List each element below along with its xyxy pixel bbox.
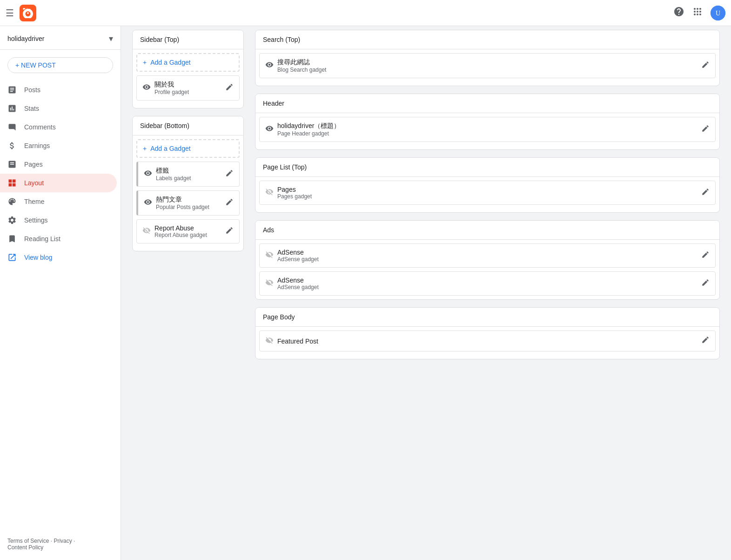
- edit-icon-search[interactable]: [701, 61, 710, 71]
- gadget-labels: 標籤 Labels gadget: [136, 162, 240, 187]
- gadget-adsense1: AdSense AdSense gadget: [259, 243, 716, 268]
- earnings-icon: [7, 141, 17, 150]
- help-icon[interactable]: [673, 6, 684, 20]
- gadget-about-type: Profile gadget: [154, 89, 221, 95]
- menu-icon[interactable]: ☰: [6, 7, 14, 19]
- gadget-popular-info: 熱門文章 Popular Posts gadget: [156, 196, 221, 210]
- edit-icon-report[interactable]: [225, 226, 234, 237]
- blogger-logo[interactable]: [20, 5, 36, 21]
- edit-icon-labels[interactable]: [225, 169, 234, 180]
- edit-icon-about[interactable]: [225, 83, 234, 94]
- view-blog-label: View blog: [24, 254, 52, 261]
- add-gadget-sidebar-top[interactable]: + Add a Gadget: [136, 53, 240, 72]
- page-list-top-body: Pages Pages gadget: [255, 177, 719, 212]
- sidebar-bottom-header: Sidebar (Bottom): [133, 116, 243, 135]
- gadget-report-name: Report Abuse: [154, 224, 221, 232]
- posts-icon: [7, 85, 17, 94]
- ads-body: AdSense AdSense gadget: [255, 240, 719, 299]
- layout-label: Layout: [24, 179, 44, 187]
- page-list-top-header: Page List (Top): [255, 158, 719, 177]
- edit-icon-adsense1[interactable]: [701, 250, 710, 261]
- visibility-icon-header[interactable]: [265, 124, 274, 135]
- visibility-icon-featured[interactable]: [265, 336, 274, 346]
- edit-icon-header[interactable]: [701, 124, 710, 135]
- sidebar-item-posts[interactable]: Posts: [0, 81, 117, 99]
- edit-icon-adsense2[interactable]: [701, 278, 710, 289]
- edit-icon-featured[interactable]: [701, 336, 710, 346]
- gadget-adsense2-type: AdSense gadget: [277, 284, 697, 290]
- header-section-header: Header: [255, 94, 719, 113]
- visibility-icon-popular[interactable]: [144, 198, 152, 208]
- settings-icon: [7, 216, 17, 225]
- visibility-icon-search[interactable]: [265, 61, 274, 71]
- visibility-icon-about[interactable]: [142, 83, 151, 93]
- left-column: Sidebar (Top) + Add a Gadget 關於我: [132, 30, 244, 251]
- sidebar-item-theme[interactable]: Theme: [0, 192, 117, 211]
- gadget-report-info: Report Abuse Report Abuse gadget: [154, 224, 221, 238]
- sidebar: holidaydriver ▾ + NEW POST Posts Stats C…: [0, 26, 121, 371]
- theme-label: Theme: [24, 198, 45, 205]
- dropdown-icon[interactable]: ▾: [109, 34, 113, 44]
- gadget-popular-name: 熱門文章: [156, 196, 221, 204]
- add-gadget-label: Add a Gadget: [150, 59, 190, 66]
- view-blog-icon: [7, 253, 17, 262]
- gadget-popular-posts: 熱門文章 Popular Posts gadget: [136, 190, 240, 216]
- gadget-header-name: holidaydriver（標題）: [277, 122, 697, 130]
- gadget-labels-type: Labels gadget: [156, 175, 221, 182]
- pages-icon: [7, 160, 17, 169]
- sidebar-item-settings[interactable]: Settings: [0, 211, 117, 229]
- visibility-icon-adsense2[interactable]: [265, 278, 274, 289]
- blogger-logo-icon: [23, 8, 33, 18]
- header-section: Header holidaydriver（標題） Page Header gad…: [255, 94, 720, 150]
- add-gadget-label-2: Add a Gadget: [150, 145, 190, 152]
- right-column: Search (Top) 搜尋此網誌 Blog Search gadget: [255, 30, 720, 359]
- edit-icon-pages[interactable]: [701, 188, 710, 198]
- blog-selector[interactable]: holidaydriver ▾: [0, 30, 121, 50]
- apps-icon[interactable]: [692, 6, 703, 20]
- sidebar-item-view-blog[interactable]: View blog: [0, 248, 117, 267]
- visibility-icon-pages[interactable]: [265, 188, 274, 198]
- layout-canvas: Sidebar (Top) + Add a Gadget 關於我: [121, 19, 731, 371]
- page-body-header: Page Body: [255, 308, 719, 327]
- red-arrow-2: [255, 276, 257, 292]
- stats-icon: [7, 104, 17, 113]
- sidebar-item-stats[interactable]: Stats: [0, 99, 117, 118]
- add-gadget-sidebar-bottom[interactable]: + Add a Gadget: [136, 139, 240, 158]
- main-content: Add, remove and edit gadgets on your blo…: [121, 0, 731, 371]
- comments-icon: [7, 122, 17, 132]
- topbar-left: ☰: [6, 5, 36, 21]
- red-arrow-1: [255, 248, 257, 264]
- gadget-popular-type: Popular Posts gadget: [156, 204, 221, 210]
- gadget-about-me: 關於我 Profile gadget: [136, 75, 240, 101]
- spacer: [259, 268, 716, 271]
- gadget-adsense1-type: AdSense gadget: [277, 256, 697, 263]
- comments-label: Comments: [24, 123, 56, 131]
- sidebar-top-section: Sidebar (Top) + Add a Gadget 關於我: [132, 30, 244, 108]
- search-top-body: 搜尋此網誌 Blog Search gadget: [255, 49, 719, 86]
- gadget-search-info: 搜尋此網誌 Blog Search gadget: [277, 58, 697, 73]
- posts-label: Posts: [24, 86, 40, 94]
- gadget-adsense2-info: AdSense AdSense gadget: [277, 277, 697, 290]
- user-avatar[interactable]: [711, 6, 725, 20]
- pages-label: Pages: [24, 161, 43, 168]
- sidebar-item-reading-list[interactable]: Reading List: [0, 229, 117, 248]
- visibility-icon-report[interactable]: [142, 226, 151, 236]
- ads-section: Ads: [255, 220, 720, 300]
- sidebar-item-pages[interactable]: Pages: [0, 155, 117, 174]
- sidebar-item-earnings[interactable]: Earnings: [0, 136, 117, 155]
- sidebar-item-layout[interactable]: Layout: [0, 174, 117, 192]
- adsense2-row: AdSense AdSense gadget: [259, 271, 716, 296]
- edit-icon-popular[interactable]: [225, 198, 234, 209]
- topbar-right: [673, 6, 725, 20]
- visibility-icon-adsense1[interactable]: [265, 250, 274, 261]
- new-post-button[interactable]: + NEW POST: [7, 57, 113, 73]
- sidebar-item-comments[interactable]: Comments: [0, 118, 117, 136]
- theme-icon: [7, 197, 17, 206]
- adsense1-row: AdSense AdSense gadget: [259, 243, 716, 268]
- gadget-header-type: Page Header gadget: [277, 130, 697, 137]
- gadget-labels-info: 標籤 Labels gadget: [156, 167, 221, 182]
- gadget-pages-name: Pages: [277, 186, 697, 193]
- sidebar-bottom-section: Sidebar (Bottom) + Add a Gadget: [132, 116, 244, 251]
- page-body-body: Featured Post: [255, 327, 719, 359]
- visibility-icon-labels[interactable]: [144, 169, 152, 179]
